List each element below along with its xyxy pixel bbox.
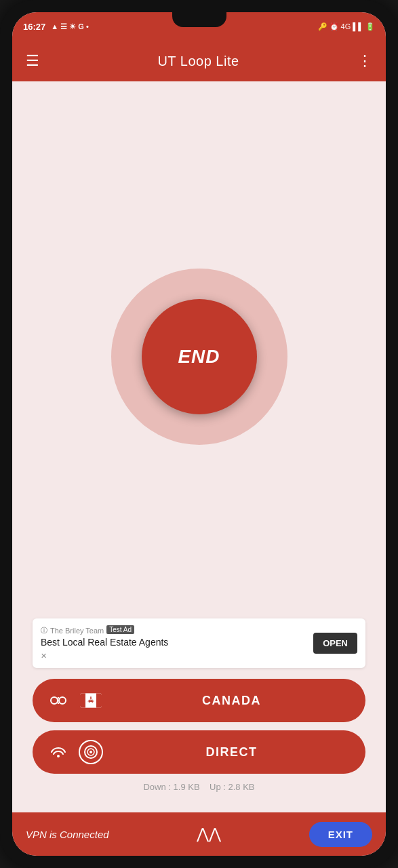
svg-point-0 bbox=[51, 697, 58, 704]
app-title: UT Loop Lite bbox=[157, 54, 239, 69]
direct-label: DIRECT bbox=[111, 745, 352, 760]
stats-display: Down : 1.9 KB Up : 2.8 KB bbox=[143, 782, 254, 792]
vpn-status: VPN is Connected bbox=[26, 829, 109, 840]
hamburger-icon[interactable]: ☰ bbox=[26, 52, 39, 70]
canada-connection-icon bbox=[46, 688, 71, 713]
vpn-button-area: END bbox=[111, 95, 287, 618]
down-value: 1.9 KB bbox=[174, 782, 200, 792]
canada-flag bbox=[79, 688, 103, 713]
ad-text: Best Local Real Estate Agents bbox=[41, 637, 313, 648]
app-bar: ☰ UT Loop Lite ⋮ bbox=[12, 41, 386, 81]
ad-banner: ⓘ The Briley Team Test Ad Best Local Rea… bbox=[33, 618, 365, 668]
end-label: END bbox=[178, 346, 220, 368]
status-left: 16:27 ▲ ☰ ☀ G • bbox=[23, 22, 89, 32]
more-icon[interactable]: ⋮ bbox=[357, 52, 372, 70]
ad-company: The Briley Team bbox=[50, 627, 104, 635]
up-label: Up : bbox=[210, 782, 226, 792]
time-display: 16:27 bbox=[23, 22, 45, 32]
end-button[interactable]: END bbox=[142, 299, 257, 414]
ad-tag: Test Ad bbox=[106, 625, 134, 634]
exit-button[interactable]: EXIT bbox=[309, 822, 372, 847]
down-label: Down : bbox=[143, 782, 170, 792]
bottom-bar: VPN is Connected ⋀⋀ EXIT bbox=[12, 812, 386, 856]
ad-close-icon[interactable]: ✕ bbox=[41, 652, 47, 660]
status-right: 🔑 ⏰ 4G ▌▌ 🔋 bbox=[318, 22, 376, 31]
ad-info-icon: ⓘ bbox=[41, 626, 47, 635]
canada-server-button[interactable]: CANADA bbox=[33, 679, 365, 722]
svg-point-9 bbox=[89, 751, 92, 753]
canada-label: CANADA bbox=[111, 694, 352, 708]
direct-server-button[interactable]: DIRECT bbox=[33, 730, 365, 774]
direct-target-icon bbox=[79, 740, 103, 764]
svg-point-1 bbox=[59, 697, 66, 704]
svg-rect-3 bbox=[80, 693, 85, 707]
svg-point-6 bbox=[57, 755, 60, 757]
phone-screen: 16:27 ▲ ☰ ☀ G • 🔑 ⏰ 4G ▌▌ 🔋 ☰ UT Loop Li… bbox=[12, 12, 386, 856]
main-content: END ⓘ The Briley Team Test Ad Best Local… bbox=[12, 81, 386, 812]
ad-info: ⓘ The Briley Team Test Ad Best Local Rea… bbox=[41, 625, 313, 661]
phone-frame: 16:27 ▲ ☰ ☀ G • 🔑 ⏰ 4G ▌▌ 🔋 ☰ UT Loop Li… bbox=[0, 0, 398, 868]
up-value: 2.8 KB bbox=[228, 782, 255, 792]
server-buttons: CANADA bbox=[33, 679, 365, 774]
notch bbox=[172, 12, 226, 27]
signal-icons: ▲ ☰ ☀ G • bbox=[51, 22, 89, 31]
right-icons: 🔑 ⏰ 4G ▌▌ 🔋 bbox=[318, 22, 376, 31]
scroll-up-icon[interactable]: ⋀⋀ bbox=[197, 825, 221, 843]
svg-rect-4 bbox=[96, 693, 102, 707]
direct-signal-icon bbox=[46, 740, 71, 764]
ad-open-button[interactable]: OPEN bbox=[313, 633, 357, 654]
outer-circle: END bbox=[111, 269, 287, 445]
